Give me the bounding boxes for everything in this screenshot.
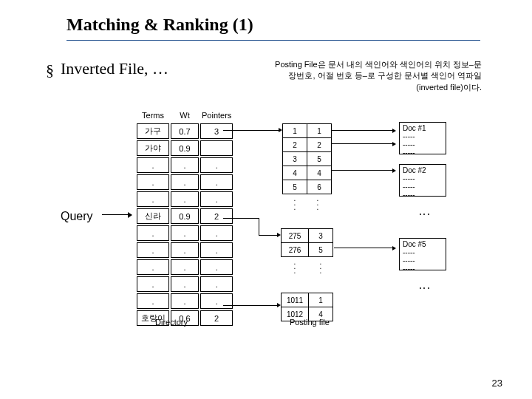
doc-line: ----- <box>403 174 443 183</box>
doc-arrow <box>332 170 395 171</box>
doc-title: Doc #2 <box>403 166 443 174</box>
doc-box: Doc #2 ----- ----- ----- <box>399 164 446 197</box>
connector-line <box>259 235 277 236</box>
dir-cell: 신라 <box>137 208 169 224</box>
post-cell: 3 <box>283 152 307 166</box>
dir-cell: . <box>171 191 199 207</box>
doc-arrow <box>332 143 395 144</box>
doc-title: Doc #1 <box>403 124 443 132</box>
post-cell: 276 <box>282 243 309 257</box>
slide-title: Matching & Ranking (1) <box>66 15 253 35</box>
dir-cell: . <box>171 225 199 241</box>
dir-cell: . <box>137 293 169 309</box>
dir-cell: . <box>137 276 169 292</box>
query-arrow <box>102 214 132 216</box>
dir-cell: 가야 <box>137 140 169 156</box>
title-divider <box>66 40 480 41</box>
post-cell: 5 <box>307 152 332 166</box>
vertical-dots: ... <box>287 197 302 210</box>
dir-cell: . <box>200 242 233 258</box>
dir-cell: 2 <box>200 310 233 326</box>
doc-ellipsis: ⋮ <box>418 208 430 218</box>
post-cell: 4 <box>307 166 332 180</box>
dir-cell: . <box>171 259 199 275</box>
doc-arrow <box>334 248 395 248</box>
post-cell: 4 <box>283 166 307 180</box>
dir-cell: . <box>137 174 169 190</box>
posting-file-label: Posting file <box>290 318 330 327</box>
dir-header-terms: Terms <box>137 111 169 122</box>
dir-cell: 2 <box>200 208 233 224</box>
directory-label: Directory <box>155 318 188 327</box>
dir-cell: 3 <box>200 123 233 139</box>
vertical-dots: ... <box>287 260 302 273</box>
vertical-dots: ... <box>313 260 328 273</box>
dir-header-wt: Wt <box>171 111 199 122</box>
dir-cell: . <box>200 276 233 292</box>
doc-box: Doc #5 ----- ----- ----- <box>399 238 446 270</box>
dir-cell: . <box>171 293 199 309</box>
post-cell: 1011 <box>282 293 309 307</box>
dir-cell: . <box>137 242 169 258</box>
dir-header-ptr: Pointers <box>200 111 233 122</box>
post-cell: 1 <box>283 124 307 138</box>
post-cell: 3 <box>309 229 333 243</box>
post-cell: 6 <box>307 180 332 194</box>
posting-block: 11 22 35 44 56 <box>282 123 332 194</box>
dir-cell: . <box>137 259 169 275</box>
posting-block: 2753 2765 <box>281 228 333 257</box>
post-cell: 5 <box>283 180 307 194</box>
post-cell: 2 <box>283 138 307 152</box>
doc-box: Doc #1 ----- ----- ----- <box>399 122 446 154</box>
doc-line: ----- <box>403 256 443 265</box>
dir-cell: . <box>171 276 199 292</box>
dir-cell: . <box>200 191 233 207</box>
description-text: Posting File은 문서 내의 색인어와 색인어의 위치 정보–문장번호… <box>267 59 482 93</box>
connector-line <box>259 218 259 235</box>
post-cell: 1 <box>309 293 333 307</box>
doc-line: ----- <box>403 132 443 140</box>
page-number: 23 <box>492 378 502 389</box>
doc-line: ----- <box>403 191 443 199</box>
dir-cell: . <box>200 259 233 275</box>
post-cell: 275 <box>282 229 309 243</box>
dir-cell: 가구 <box>137 123 169 139</box>
dir-cell: 0.9 <box>171 208 199 224</box>
doc-line: ----- <box>403 149 443 157</box>
post-cell: 5 <box>309 243 333 257</box>
connector-line <box>223 305 277 306</box>
dir-cell: . <box>137 225 169 241</box>
subheading: Inverted File, … <box>61 59 168 78</box>
vertical-dots: ... <box>310 197 325 210</box>
dir-cell: . <box>171 174 199 190</box>
doc-ellipsis: ⋮ <box>418 282 430 292</box>
query-label: Query <box>61 210 93 223</box>
doc-line: ----- <box>403 140 443 149</box>
connector-line <box>223 130 279 131</box>
doc-line: ----- <box>403 183 443 191</box>
dir-cell: . <box>171 157 199 173</box>
bullet-mark: § <box>46 61 54 80</box>
dir-cell: . <box>200 157 233 173</box>
dir-cell <box>200 140 233 156</box>
dir-cell: 0.9 <box>171 140 199 156</box>
connector-line <box>223 218 259 219</box>
dir-cell: . <box>137 191 169 207</box>
dir-cell: 0.7 <box>171 123 199 139</box>
doc-arrow <box>332 130 395 131</box>
dir-cell: . <box>200 174 233 190</box>
dir-cell: . <box>200 225 233 241</box>
post-cell: 1 <box>307 124 332 138</box>
directory-table: Terms Wt Pointers 가구0.73 가야0.9 ... ... .… <box>135 109 234 327</box>
doc-line: ----- <box>403 265 443 273</box>
dir-cell: . <box>171 242 199 258</box>
dir-cell: . <box>137 157 169 173</box>
dir-cell: . <box>200 293 233 309</box>
doc-line: ----- <box>403 248 443 256</box>
post-cell: 2 <box>307 138 332 152</box>
doc-title: Doc #5 <box>403 240 443 248</box>
